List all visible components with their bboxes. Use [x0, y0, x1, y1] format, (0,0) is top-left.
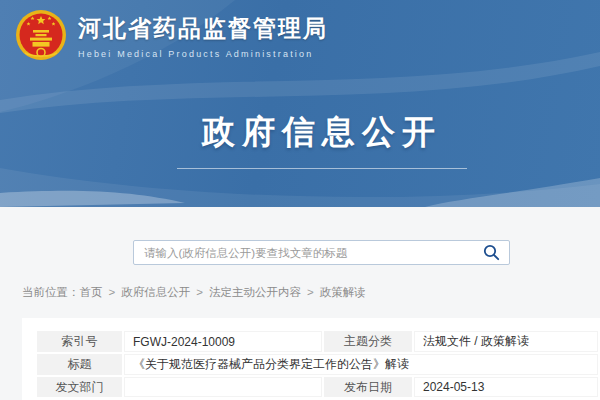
meta-label-department: 发文部门 [37, 377, 122, 397]
document-meta-table: 索引号 FGWJ-2024-10009 主题分类 法规文件 / 政策解读 标题 … [35, 329, 600, 399]
document-info-card: 索引号 FGWJ-2024-10009 主题分类 法规文件 / 政策解读 标题 … [22, 318, 600, 400]
meta-value-category: 法规文件 / 政策解读 [414, 331, 598, 352]
breadcrumb-separator: > [109, 286, 116, 298]
meta-value-index: FGWJ-2024-10009 [124, 331, 322, 352]
page-title: 政府信息公开 [22, 110, 600, 155]
meta-value-department [124, 377, 322, 397]
breadcrumb-home[interactable]: 首页 [80, 286, 103, 298]
search-button[interactable] [477, 244, 509, 261]
breadcrumb-legal-disclosure[interactable]: 法定主动公开内容 [209, 286, 301, 298]
site-header: 河北省药品监督管理局 Hebei Medical Products Admini… [0, 0, 600, 207]
meta-value-title: 《关于规范医疗器械产品分类界定工作的公告》解读 [124, 354, 598, 375]
meta-label-title: 标题 [37, 354, 122, 375]
breadcrumb-prefix: 当前位置： [22, 286, 80, 298]
meta-label-pubdate: 发布日期 [324, 377, 412, 397]
search-icon [483, 244, 500, 261]
national-emblem-icon [15, 8, 67, 64]
meta-value-pubdate: 2024-05-13 [414, 377, 598, 397]
search-bar [133, 240, 510, 265]
meta-label-index: 索引号 [37, 331, 122, 352]
table-row: 发文部门 发布日期 2024-05-13 [37, 377, 598, 397]
breadcrumb-gov-info[interactable]: 政府信息公开 [121, 286, 190, 298]
breadcrumb: 当前位置：首页>政府信息公开>法定主动公开内容>政策解读 [22, 285, 366, 300]
table-row: 标题 《关于规范医疗器械产品分类界定工作的公告》解读 [37, 354, 598, 375]
brand-text: 河北省药品监督管理局 Hebei Medical Products Admini… [78, 13, 328, 59]
meta-label-category: 主题分类 [324, 331, 412, 352]
site-logo[interactable]: 河北省药品监督管理局 Hebei Medical Products Admini… [15, 8, 328, 64]
breadcrumb-separator: > [196, 286, 203, 298]
breadcrumb-current: 政策解读 [320, 286, 366, 298]
title-underline [177, 168, 467, 169]
search-input[interactable] [134, 241, 477, 264]
breadcrumb-separator: > [307, 286, 314, 298]
org-name-en: Hebei Medical Products Administration [78, 49, 328, 59]
org-name: 河北省药品监督管理局 [78, 13, 328, 44]
main-content: 当前位置：首页>政府信息公开>法定主动公开内容>政策解读 索引号 FGWJ-20… [0, 207, 600, 400]
table-row: 索引号 FGWJ-2024-10009 主题分类 法规文件 / 政策解读 [37, 331, 598, 352]
